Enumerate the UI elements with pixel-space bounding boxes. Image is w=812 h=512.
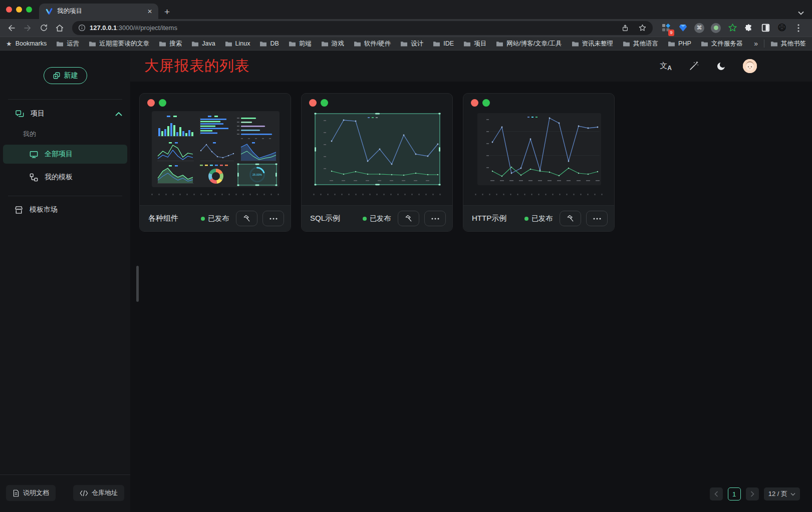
chevron-down-icon: [798, 11, 804, 15]
tab-search-button[interactable]: [798, 11, 804, 15]
bookmarks-manager-link[interactable]: ★ Bookmarks: [6, 40, 47, 48]
puzzle-icon: [744, 24, 753, 33]
close-window-button[interactable]: [6, 7, 12, 13]
bookmark-folder[interactable]: 文件服务器: [701, 40, 743, 48]
project-card[interactable]: 25.00% 各种组件 已发布: [139, 93, 291, 232]
bookmark-folder[interactable]: IDE: [433, 40, 454, 47]
folder-icon: [159, 41, 166, 47]
bookmark-folder[interactable]: Linux: [225, 40, 250, 47]
bookmark-folder[interactable]: 软件/硬件: [354, 40, 391, 48]
share-button[interactable]: [619, 22, 632, 35]
sidebar-item-template-market[interactable]: 模板市场: [0, 198, 130, 221]
sidebar-section-project[interactable]: 项目: [0, 103, 130, 125]
bookmark-folder[interactable]: Java: [191, 40, 215, 47]
chevron-left-icon: [714, 491, 718, 497]
project-list-content: 25.00% 各种组件 已发布: [130, 82, 812, 512]
browser-tab[interactable]: 我的项目 ✕: [39, 4, 158, 19]
bookmark-folder[interactable]: 其他语言: [623, 40, 658, 48]
project-thumbnail: [314, 111, 440, 187]
gem-icon: [679, 24, 687, 32]
new-tab-button[interactable]: +: [164, 7, 170, 17]
bookmark-folder[interactable]: DB: [259, 40, 279, 47]
sidebar-item-all-projects[interactable]: 全部项目: [3, 145, 127, 164]
dotted-divider: [472, 194, 605, 195]
back-button[interactable]: [4, 21, 19, 36]
reload-icon: [40, 24, 48, 32]
user-avatar[interactable]: [743, 59, 757, 73]
new-project-button[interactable]: 新建: [44, 67, 87, 84]
bookmark-folder[interactable]: 设计: [400, 40, 423, 48]
scrollbar-thumb[interactable]: [136, 266, 139, 302]
edit-project-button[interactable]: [236, 211, 257, 226]
bookmark-folder[interactable]: PHP: [668, 40, 691, 47]
project-card[interactable]: SQL示例 已发布: [301, 93, 453, 232]
status-label: 已发布: [208, 214, 229, 223]
language-button[interactable]: 文A: [660, 62, 672, 71]
my-templates-label: 我的模板: [45, 173, 73, 182]
repo-button[interactable]: 仓库地址: [73, 485, 124, 501]
folder-icon: [701, 41, 708, 47]
bookmarks-overflow-button[interactable]: »: [754, 40, 758, 48]
group-mine-label: 我的: [0, 130, 130, 139]
more-actions-button[interactable]: [424, 211, 446, 226]
all-projects-label: 全部项目: [45, 150, 73, 159]
bookmark-folder-label: IDE: [443, 40, 454, 47]
site-info-icon[interactable]: [78, 24, 86, 32]
address-bar[interactable]: 127.0.0.1:3000/#/project/items: [72, 21, 653, 35]
home-button[interactable]: [52, 21, 67, 36]
profile-avatar-button[interactable]: 😄: [775, 22, 788, 35]
new-project-label: 新建: [64, 71, 78, 80]
app-header: 大屏报表的列表 文A: [130, 51, 812, 82]
prev-page-button[interactable]: [710, 487, 723, 500]
bookmark-folder[interactable]: 运营: [56, 40, 79, 48]
extensions-puzzle-button[interactable]: [742, 22, 755, 35]
window-controls: [0, 0, 39, 19]
extension-badge: 9: [668, 30, 674, 36]
dark-mode-button[interactable]: [716, 61, 726, 72]
new-plus-icon: [53, 72, 61, 80]
project-card[interactable]: HTTP示例 已发布: [463, 93, 615, 232]
share-icon: [621, 24, 629, 32]
browser-menu-button[interactable]: [792, 22, 805, 35]
extension-record-button[interactable]: [709, 22, 722, 35]
tab-close-icon[interactable]: ✕: [146, 8, 153, 16]
extension-gem-button[interactable]: [676, 22, 689, 35]
more-actions-button[interactable]: [586, 211, 608, 226]
edit-project-button[interactable]: [398, 211, 419, 226]
monitor-icon: [29, 150, 39, 159]
ellipsis-icon: [269, 218, 278, 220]
bookmark-folder[interactable]: 项目: [463, 40, 486, 48]
sidebar-item-my-templates[interactable]: 我的模板: [3, 168, 127, 187]
edit-project-button[interactable]: [560, 211, 581, 226]
forward-button[interactable]: [20, 21, 35, 36]
more-actions-button[interactable]: [262, 211, 284, 226]
browser-toolbar: 127.0.0.1:3000/#/project/items 9: [0, 19, 812, 37]
template-market-label: 模板市场: [30, 205, 58, 214]
bookmark-folder[interactable]: 游戏: [321, 40, 344, 48]
bookmark-folder[interactable]: 近期需要读的文章: [89, 40, 149, 48]
extension-star-button[interactable]: [726, 22, 739, 35]
docs-button[interactable]: 说明文档: [6, 485, 56, 501]
extension-command-button[interactable]: ⌘: [693, 22, 706, 35]
page-number-button[interactable]: 1: [728, 487, 741, 500]
bookmark-folder[interactable]: 前端: [289, 40, 312, 48]
ellipsis-icon: [431, 218, 439, 220]
folder-icon: [400, 41, 408, 47]
bookmark-star-button[interactable]: [636, 22, 649, 35]
maximize-window-button[interactable]: [26, 7, 32, 13]
page-size-select[interactable]: 12 / 页: [764, 487, 800, 500]
goview-favicon: [45, 8, 53, 16]
bookmark-folder[interactable]: 搜索: [159, 40, 182, 48]
minimize-window-button[interactable]: [16, 7, 22, 13]
extension-grid-button[interactable]: 9: [660, 22, 673, 35]
theme-color-button[interactable]: [688, 61, 699, 72]
other-bookmarks-button[interactable]: 其他书签: [770, 40, 806, 48]
reload-button[interactable]: [36, 21, 51, 36]
bookmark-folder[interactable]: 网站/博客/文章/工具: [496, 40, 562, 48]
bookmark-folder-label: 软件/硬件: [364, 40, 391, 48]
hammer-icon: [566, 214, 575, 223]
extension-darkmode-button[interactable]: [759, 22, 772, 35]
dotted-divider: [149, 194, 282, 195]
next-page-button[interactable]: [746, 487, 759, 500]
bookmark-folder[interactable]: 资讯未整理: [572, 40, 614, 48]
